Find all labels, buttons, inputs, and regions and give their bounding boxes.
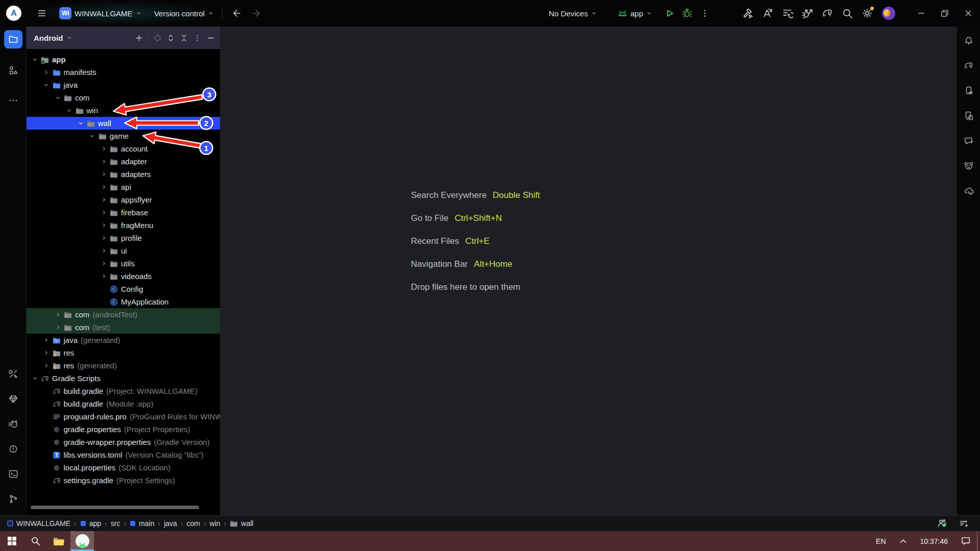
chevron-down-icon[interactable] [77,119,85,128]
tree-row-profile[interactable]: profile [27,232,220,244]
tree-row-java[interactable]: *java(generated) [27,334,220,346]
tree-row-win[interactable]: win [27,104,220,117]
project-widget[interactable]: WI WINWALLGAME [59,7,142,19]
tree-row-build-gradle[interactable]: build.gradle(Module :app) [27,397,220,410]
chevron-right-icon[interactable] [42,349,51,357]
chevron-down-icon[interactable] [42,81,51,89]
terminal-icon[interactable] [4,465,22,483]
breadcrumb-item-com[interactable]: com [186,519,200,528]
tree-row-res[interactable]: res(generated) [27,359,220,372]
apply-code-changes-icon[interactable] [762,8,773,19]
tree-row-ui[interactable]: ui [27,244,220,257]
breadcrumb-item-winwallgame[interactable]: WINWALLGAME [7,519,70,528]
app-insights-gem-icon[interactable] [4,390,22,408]
clock[interactable]: 10:37:46 [914,531,955,551]
main-menu-hamburger-icon[interactable] [37,8,47,18]
device-selector[interactable]: No Devices [549,9,597,18]
tree-row-gradle-wrapper-properties[interactable]: gradle-wrapper.properties(Gradle Version… [27,436,220,448]
tree-row-manifests[interactable]: manifests [27,66,220,79]
start-icon[interactable] [0,531,23,551]
git-icon[interactable] [4,490,22,508]
more-actions-icon[interactable] [700,9,709,18]
run-configuration-selector[interactable]: app [618,9,652,18]
tree-row-proguard-rules-pro[interactable]: proguard-rules.pro(ProGuard Rules for WI… [27,410,220,423]
language-indicator[interactable]: EN [869,531,892,551]
chevron-right-icon[interactable] [54,323,62,332]
tree-row-videoads[interactable]: videoads [27,270,220,283]
tree-row-java[interactable]: java [27,79,220,91]
chevron-right-icon[interactable] [100,234,108,242]
gradle-elephant-icon[interactable] [960,57,978,75]
tree-row-fragmenu[interactable]: fragMenu [27,219,220,232]
tree-row-local-properties[interactable]: local.properties(SDK Location) [27,461,220,474]
tree-row-account[interactable]: account [27,142,220,155]
tree-row-adapter[interactable]: adapter [27,155,220,168]
more-tool-windows-icon[interactable] [4,91,22,110]
tree-row-adapters[interactable]: adapters [27,168,220,181]
gemini-chat-icon[interactable] [960,132,978,150]
expand-all-icon[interactable] [166,34,175,42]
breadcrumb-item-app[interactable]: app [80,519,101,528]
project-view-selector[interactable]: Android [34,34,72,42]
chevron-right-icon[interactable] [100,272,108,281]
app-quality-insights-icon[interactable] [960,157,978,175]
android-studio-icon[interactable] [70,531,94,551]
attach-debugger-icon[interactable] [802,8,813,19]
search-icon[interactable] [842,8,853,19]
chevron-right-icon[interactable] [100,247,108,255]
tree-row-com[interactable]: com(test) [27,321,220,334]
tree-row-game[interactable]: game [27,130,220,142]
chevron-down-icon[interactable] [31,56,39,64]
breadcrumb-item-java[interactable]: java [164,519,177,528]
problems-icon[interactable] [4,440,22,458]
hide-panel-icon[interactable] [206,34,215,42]
resource-manager-icon[interactable] [4,61,22,80]
tree-row-api[interactable]: api [27,181,220,193]
more-vertical-icon[interactable] [193,34,202,42]
forward-button[interactable] [252,8,262,18]
restore-button[interactable] [933,0,957,27]
tree-row-config[interactable]: CConfig [27,283,220,295]
plus-icon[interactable] [135,34,143,42]
breadcrumb-item-src[interactable]: src [111,519,120,528]
collaboration-check-icon[interactable] [937,518,947,529]
chevron-right-icon[interactable] [100,158,108,166]
tree-row-firebase[interactable]: firebase [27,206,220,219]
tree-row-com[interactable]: com(androidTest) [27,308,220,321]
horizontal-scrollbar[interactable] [31,506,199,509]
back-button[interactable] [231,8,241,18]
locate-file-icon[interactable] [153,34,162,42]
tree-row-gradle-scripts[interactable]: Gradle Scripts [27,372,220,385]
tree-row-res[interactable]: res [27,346,220,359]
chevron-right-icon[interactable] [100,183,108,191]
gradle-sync-icon[interactable] [822,8,833,19]
chevron-right-icon[interactable] [100,221,108,230]
logcat-icon[interactable] [4,415,22,433]
device-manager-icon[interactable] [960,82,978,100]
chevron-right-icon[interactable] [100,196,108,204]
tree-row-wall[interactable]: wall [27,117,220,130]
chevron-right-icon[interactable] [100,170,108,179]
minimize-button[interactable] [910,0,933,27]
settings-icon[interactable] [862,8,873,19]
tray-expand-chevron-icon[interactable] [893,531,914,551]
tree-row-com[interactable]: com [27,91,220,104]
action-center-icon[interactable] [954,531,977,551]
chevron-right-icon[interactable] [100,145,108,153]
chevron-down-icon[interactable] [65,107,74,115]
breadcrumb-item-win[interactable]: win [210,519,220,528]
breadcrumb-item-main[interactable]: main [130,519,154,528]
notifications-bell-icon[interactable] [960,32,978,50]
show-desktop-strip[interactable] [977,531,980,551]
chevron-right-icon[interactable] [42,68,51,77]
tree-row-gradle-properties[interactable]: gradle.properties(Project Properties) [27,423,220,436]
chevron-down-icon[interactable] [88,132,96,140]
chevron-right-icon[interactable] [54,311,62,319]
chevron-down-icon[interactable] [31,374,39,383]
chevron-right-icon[interactable] [42,362,51,370]
run-button[interactable] [665,8,675,18]
ai-prompt-icon[interactable] [959,518,969,529]
collapse-all-icon[interactable] [180,34,188,42]
tree-row-libs-versions-toml[interactable]: Tlibs.versions.toml(Version Catalog "lib… [27,448,220,461]
debug-button[interactable] [682,8,692,18]
